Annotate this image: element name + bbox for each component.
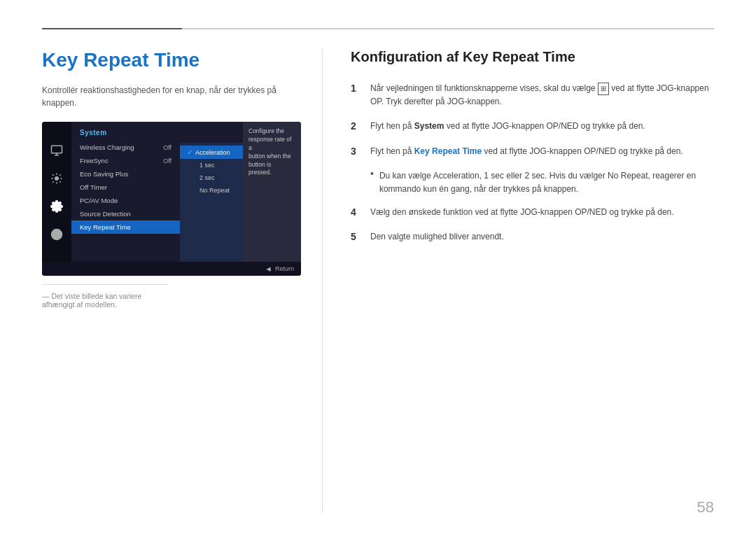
acceleration-highlight: Acceleration [433,171,479,181]
step-item-2: 2 Flyt hen på System ved at flytte JOG-k… [351,120,714,133]
steps-list: 1 Når vejledningen til funktionsknappern… [351,82,714,244]
monitor-menu: System Wireless Charging Off FreeSync Of… [71,122,180,262]
step-number-5: 5 [351,231,362,242]
return-arrow-icon: ◄ [265,265,272,273]
top-dividers [42,28,714,29]
menu-item-offtimer: Off Timer [71,181,180,194]
svg-point-3 [55,177,59,181]
bullet-text: Du kan vælge Acceleration, 1 sec eller 2… [379,169,714,196]
menu-item-wireless: Wireless Charging Off [71,141,180,154]
divider-light [182,28,714,29]
1sec-highlight: 1 sec [484,171,504,181]
step-item-3: 3 Flyt hen på Key Repeat Time ved at fly… [351,145,714,158]
return-label: Return [275,265,294,272]
section-title: Konfiguration af Key Repeat Time [351,49,714,65]
divider-dark [42,28,182,29]
grid-icon: ⊞ [598,83,609,95]
step-text-5: Den valgte mulighed bliver anvendt. [370,230,504,244]
menu-item-source: Source Detection [71,207,180,220]
2sec-highlight: 2 sec [524,171,545,181]
submenu-item-2sec: 2 sec [180,171,243,184]
page-number: 58 [697,498,714,517]
page-title: Key Repeat Time [42,49,301,71]
step-item-1: 1 Når vejledningen til funktionsknappern… [351,82,714,108]
monitor-icon-adjust [49,171,64,186]
menu-item-freesync: FreeSync Off [71,154,180,167]
step-text-3: Flyt hen på Key Repeat Time ved at flytt… [370,145,683,158]
step-number-2: 2 [351,120,362,132]
monitor-icon-settings [49,199,64,214]
monitor-icons [42,122,71,262]
main-content: Key Repeat Time Kontrollér reaktionshast… [42,49,714,513]
bullet-dot: • [370,168,374,179]
svg-rect-0 [52,146,62,153]
monitor-inner: System Wireless Charging Off FreeSync Of… [42,122,301,262]
menu-item-pcav: PC/AV Mode [71,194,180,207]
monitor-mockup: System Wireless Charging Off FreeSync Of… [42,122,301,276]
description-text: Kontrollér reaktionshastigheden for en k… [42,84,301,109]
step-text-2: Flyt hen på System ved at flytte JOG-kna… [370,120,645,133]
step-number-4: 4 [351,206,362,218]
menu-section-title: System [71,126,180,141]
menu-item-keyrepeat: Key Repeat Time [71,220,180,234]
monitor-submenu: ✓ Acceleration 1 sec 2 sec [180,143,243,262]
step3-keyrepeat-highlight: Key Repeat Time [414,146,482,156]
menu-item-eco: Eco Saving Plus [71,167,180,181]
step-text-4: Vælg den ønskede funktion ved at flytte … [370,206,674,219]
monitor-config-text: Configure theresponse rate of abutton wh… [243,122,301,262]
step-item-5: 5 Den valgte mulighed bliver anvendt. [351,230,714,244]
step-item-4: 4 Vælg den ønskede funktion ved at flytt… [351,206,714,219]
submenu-item-norepeat: No Repeat [180,184,243,197]
bullet-item-options: • Du kan vælge Acceleration, 1 sec eller… [370,169,714,196]
right-column: Konfiguration af Key Repeat Time 1 Når v… [322,49,714,513]
monitor-icon-info [49,227,64,242]
step-number-1: 1 [351,83,362,94]
left-column: Key Repeat Time Kontrollér reaktionshast… [42,49,322,513]
bottom-note: ― Det viste billede kan variere afhængig… [42,284,168,309]
step2-system-highlight: System [414,121,444,131]
submenu-item-acceleration: ✓ Acceleration [180,146,243,159]
step-text-1: Når vejledningen til funktionsknapperne … [370,82,714,108]
submenu-item-1sec: 1 sec [180,159,243,171]
monitor-icon-display [49,143,64,158]
norepeat-highlight: No Repeat [608,171,648,181]
page-container: Key Repeat Time Kontrollér reaktionshast… [0,0,756,534]
step-number-3: 3 [351,146,362,157]
monitor-bottom-bar: ◄ Return [42,262,301,276]
